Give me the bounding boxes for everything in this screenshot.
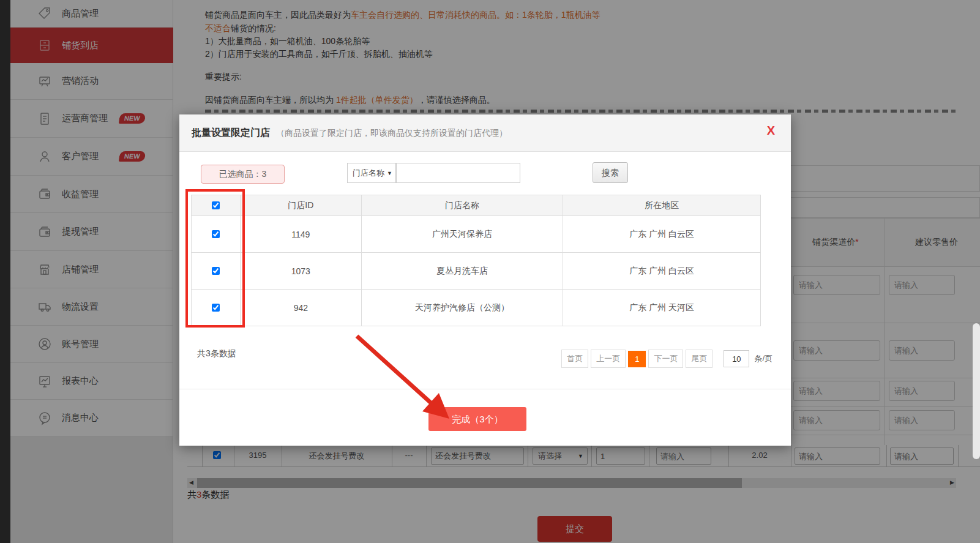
column-header-region: 所在地区	[563, 195, 760, 215]
close-icon[interactable]: X	[767, 124, 775, 138]
pagination-first-button[interactable]: 首页	[561, 350, 588, 368]
store-row: 942 天河养护汽修店（公测） 广东 广州 天河区	[192, 290, 760, 326]
store-row: 1149 广州天河保养店 广东 广州 白云区	[192, 216, 760, 253]
store-id: 942	[241, 290, 362, 326]
store-region: 广东 广州 白云区	[563, 253, 760, 289]
vertical-scrollbar-thumb[interactable]	[973, 323, 980, 459]
store-name: 广州天河保养店	[362, 216, 564, 252]
store-region: 广东 广州 天河区	[563, 290, 760, 326]
column-header-store-id: 门店ID	[241, 195, 362, 215]
modal-footer-divider	[179, 389, 791, 389]
column-header-store-name: 门店名称	[362, 195, 564, 215]
caret-down-icon: ▼	[387, 164, 392, 183]
store-name-dropdown[interactable]: 门店名称▼	[347, 163, 396, 183]
modal-header: 批量设置限定门店 （商品设置了限定门店，即该商品仅支持所设置的门店代理） X	[179, 114, 791, 152]
store-row: 1073 夏丛月洗车店 广东 广州 白云区	[192, 253, 760, 290]
store-search-input[interactable]	[396, 163, 520, 183]
limited-store-modal: 批量设置限定门店 （商品设置了限定门店，即该商品仅支持所设置的门店代理） X 已…	[179, 114, 791, 446]
page-size-input[interactable]	[724, 350, 749, 367]
store-region: 广东 广州 白云区	[563, 216, 760, 252]
pagination-last-button[interactable]: 尾页	[686, 350, 713, 368]
dropdown-value: 门店名称	[353, 168, 384, 178]
pagination-page-1[interactable]: 1	[628, 351, 646, 367]
store-table-header: 门店ID 门店名称 所在地区	[192, 195, 760, 216]
page-size-unit: 条/页	[754, 353, 772, 364]
store-name: 天河养护汽修店（公测）	[362, 290, 564, 326]
store-id: 1149	[241, 216, 362, 252]
pagination: 首页 上一页 1 下一页 尾页 条/页	[561, 350, 772, 368]
store-table: 门店ID 门店名称 所在地区 1149 广州天河保养店 广东 广州 白云区 10…	[191, 195, 761, 326]
search-button[interactable]: 搜索	[593, 162, 628, 183]
selected-products-button[interactable]: 已选商品：3	[201, 165, 285, 184]
done-button[interactable]: 完成（3个）	[428, 407, 526, 431]
modal-subtitle: （商品设置了限定门店，即该商品仅支持所设置的门店代理）	[276, 128, 507, 139]
annotation-rectangle	[185, 189, 245, 328]
pagination-next-button[interactable]: 下一页	[648, 350, 683, 368]
store-name: 夏丛月洗车店	[362, 253, 564, 289]
modal-title: 批量设置限定门店	[192, 127, 270, 140]
modal-total-count: 共3条数据	[197, 348, 236, 359]
store-id: 1073	[241, 253, 362, 289]
pagination-prev-button[interactable]: 上一页	[591, 350, 626, 368]
